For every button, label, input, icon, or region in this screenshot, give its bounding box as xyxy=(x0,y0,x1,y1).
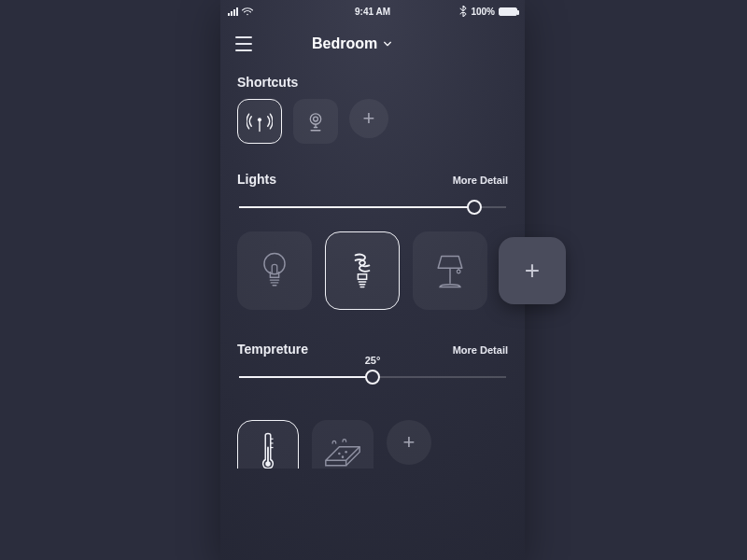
plus-icon: + xyxy=(525,258,540,284)
floor-heat-icon xyxy=(322,435,363,469)
svg-point-5 xyxy=(264,254,285,274)
svg-point-15 xyxy=(345,451,347,454)
wifi-icon xyxy=(242,7,253,16)
svg-point-0 xyxy=(247,13,248,15)
svg-point-16 xyxy=(342,455,345,458)
temperature-slider-fill xyxy=(239,376,373,378)
camera-icon xyxy=(303,109,328,133)
lights-section: Lights More Detail xyxy=(220,172,525,310)
temperature-slider-knob[interactable] xyxy=(365,370,380,385)
temp-floor-tile[interactable] xyxy=(312,420,374,469)
svg-point-3 xyxy=(310,114,320,124)
antenna-icon xyxy=(247,108,273,134)
battery-icon xyxy=(499,7,517,16)
menu-button[interactable] xyxy=(235,36,256,51)
status-bar: 9:41 AM 100% xyxy=(220,0,525,19)
lights-slider-knob[interactable] xyxy=(467,200,482,215)
shortcut-camera[interactable] xyxy=(293,99,338,144)
lights-more-link[interactable]: More Detail xyxy=(453,175,508,186)
bluetooth-icon xyxy=(459,6,467,17)
add-temperature-button[interactable]: + xyxy=(387,420,431,465)
plus-icon: + xyxy=(363,108,375,129)
temperature-slider[interactable]: 25° xyxy=(239,366,506,388)
lights-slider[interactable] xyxy=(239,196,506,218)
room-selector[interactable]: Bedroom xyxy=(312,35,392,52)
temperature-more-link[interactable]: More Detail xyxy=(453,344,508,356)
signal-icon xyxy=(228,7,238,16)
svg-point-4 xyxy=(314,117,318,121)
plus-icon: + xyxy=(403,432,416,453)
thermometer-icon xyxy=(257,430,279,469)
status-time: 9:41 AM xyxy=(355,7,390,17)
shortcuts-title: Shortcuts xyxy=(237,75,298,90)
add-shortcut-button[interactable]: + xyxy=(349,99,388,138)
temperature-section: Tempreture More Detail 25° xyxy=(220,342,525,469)
lights-slider-fill xyxy=(239,206,474,208)
shortcut-antenna[interactable] xyxy=(237,99,282,144)
lamp-icon xyxy=(430,249,471,292)
battery-percent: 100% xyxy=(471,7,495,17)
lights-title: Lights xyxy=(237,172,276,187)
phone-frame: 9:41 AM 100% Bedroom Shortcuts xyxy=(220,0,525,560)
header: Bedroom xyxy=(220,19,525,62)
svg-point-7 xyxy=(457,270,460,273)
room-title: Bedroom xyxy=(312,35,377,52)
bulb-icon xyxy=(257,249,292,292)
temperature-value-label: 25° xyxy=(365,355,381,366)
light-bulb-tile[interactable] xyxy=(237,231,312,310)
temperature-title: Tempreture xyxy=(237,342,308,357)
svg-point-14 xyxy=(338,453,341,455)
cfl-bulb-icon xyxy=(345,248,380,293)
light-lamp-tile[interactable] xyxy=(413,231,487,310)
add-light-button[interactable]: + xyxy=(499,237,566,304)
chevron-down-icon xyxy=(383,39,392,49)
light-cfl-tile[interactable] xyxy=(325,231,400,310)
shortcuts-section: Shortcuts + xyxy=(220,75,525,144)
temp-thermometer-tile[interactable] xyxy=(237,420,299,469)
